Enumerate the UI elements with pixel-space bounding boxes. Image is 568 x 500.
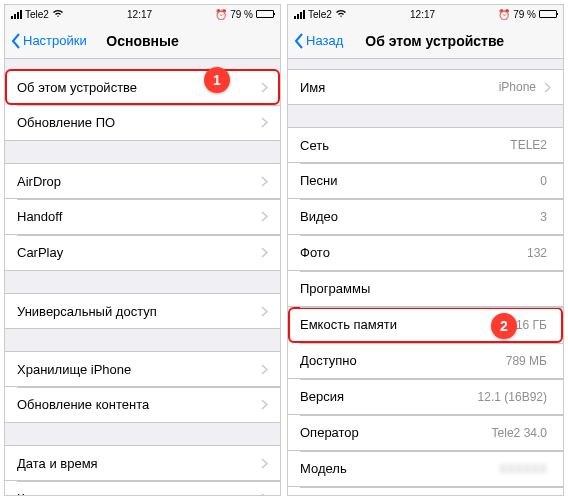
chevron-right-icon bbox=[261, 364, 268, 375]
cell-об-этом-устройстве[interactable]: Об этом устройстве bbox=[5, 69, 280, 105]
cell-видео[interactable]: Видео3 bbox=[288, 199, 563, 235]
cell-клавиатура[interactable]: Клавиатура bbox=[5, 481, 280, 495]
cell-label: Модель bbox=[300, 461, 347, 476]
nav-title: Об этом устройстве bbox=[365, 33, 504, 49]
clock: 12:17 bbox=[410, 9, 435, 20]
annotation-badge-1: 1 bbox=[204, 67, 230, 93]
cell-value: 3 bbox=[540, 210, 551, 224]
cell-label: Версия bbox=[300, 389, 344, 404]
cell-label: Емкость памяти bbox=[300, 317, 397, 332]
carrier: Tele2 bbox=[308, 9, 332, 20]
nav-bar: Настройки Основные bbox=[5, 23, 280, 59]
cell-label: Хранилище iPhone bbox=[17, 362, 131, 377]
cell-label: Сеть bbox=[300, 138, 329, 153]
cell-оператор[interactable]: ОператорTele2 34.0 bbox=[288, 415, 563, 451]
cell-серийный-номер[interactable]: Серийный номерXXXXXX bbox=[288, 487, 563, 495]
battery-icon bbox=[539, 10, 557, 18]
cell-label: Обновление контента bbox=[17, 397, 149, 412]
wifi-icon bbox=[335, 9, 347, 20]
phone-right: Tele2 12:17 ⏰ 79 % Назад Об этом устройс… bbox=[287, 4, 564, 496]
cell-label: AirDrop bbox=[17, 174, 61, 189]
cell-label: Об этом устройстве bbox=[17, 80, 137, 95]
cell-carplay[interactable]: CarPlay bbox=[5, 235, 280, 271]
signal-icon bbox=[294, 10, 305, 19]
content-left: Об этом устройствеОбновление ПОAirDropHa… bbox=[5, 59, 280, 495]
alarm-icon: ⏰ bbox=[215, 9, 227, 20]
chevron-right-icon bbox=[261, 458, 268, 469]
cell-value: Tele2 34.0 bbox=[492, 426, 551, 440]
cell-обновление-по[interactable]: Обновление ПО bbox=[5, 105, 280, 141]
chevron-right-icon bbox=[261, 247, 268, 258]
cell-модель[interactable]: МодельXXXXXX bbox=[288, 451, 563, 487]
battery-icon bbox=[256, 10, 274, 18]
nav-bar: Назад Об этом устройстве bbox=[288, 23, 563, 59]
cell-label: Обновление ПО bbox=[17, 115, 115, 130]
status-bar: Tele2 12:17 ⏰ 79 % bbox=[288, 5, 563, 23]
chevron-right-icon bbox=[261, 493, 268, 495]
status-bar: Tele2 12:17 ⏰ 79 % bbox=[5, 5, 280, 23]
cell-программы[interactable]: Программы bbox=[288, 271, 563, 307]
battery-pct: 79 % bbox=[513, 9, 536, 20]
chevron-right-icon bbox=[261, 211, 268, 222]
cell-value: 16 ГБ bbox=[516, 318, 551, 332]
cell-label: Фото bbox=[300, 245, 330, 260]
cell-сеть[interactable]: СетьTELE2 bbox=[288, 127, 563, 163]
battery-pct: 79 % bbox=[230, 9, 253, 20]
back-label: Назад bbox=[306, 33, 343, 48]
chevron-right-icon bbox=[261, 82, 268, 93]
alarm-icon: ⏰ bbox=[498, 9, 510, 20]
cell-доступно[interactable]: Доступно789 МБ bbox=[288, 343, 563, 379]
cell-универсальный-доступ[interactable]: Универсальный доступ bbox=[5, 293, 280, 329]
chevron-right-icon bbox=[261, 176, 268, 187]
cell-дата-и-время[interactable]: Дата и время bbox=[5, 445, 280, 481]
cell-label: Имя bbox=[300, 80, 325, 95]
cell-label: Дата и время bbox=[17, 456, 98, 471]
back-label: Настройки bbox=[23, 33, 87, 48]
cell-имя[interactable]: ИмяiPhone bbox=[288, 69, 563, 105]
cell-value: XXXXXX bbox=[499, 462, 551, 476]
phone-left: Tele2 12:17 ⏰ 79 % Настройки Основные Об… bbox=[4, 4, 281, 496]
signal-icon bbox=[11, 10, 22, 19]
cell-песни[interactable]: Песни0 bbox=[288, 163, 563, 199]
cell-label: CarPlay bbox=[17, 245, 63, 260]
cell-value: 789 МБ bbox=[506, 354, 551, 368]
cell-label: Песни bbox=[300, 173, 338, 188]
chevron-right-icon bbox=[544, 82, 551, 93]
cell-хранилище-iphone[interactable]: Хранилище iPhone bbox=[5, 351, 280, 387]
cell-label: Клавиатура bbox=[17, 491, 87, 495]
cell-airdrop[interactable]: AirDrop bbox=[5, 163, 280, 199]
cell-label: Видео bbox=[300, 209, 338, 224]
cell-фото[interactable]: Фото132 bbox=[288, 235, 563, 271]
cell-handoff[interactable]: Handoff bbox=[5, 199, 280, 235]
annotation-badge-2: 2 bbox=[491, 313, 517, 339]
back-button[interactable]: Назад bbox=[288, 33, 349, 49]
cell-label: Доступно bbox=[300, 353, 357, 368]
cell-value: 0 bbox=[540, 174, 551, 188]
back-button[interactable]: Настройки bbox=[5, 33, 93, 49]
cell-value: 132 bbox=[527, 246, 551, 260]
nav-title: Основные bbox=[106, 33, 179, 49]
cell-label: Оператор bbox=[300, 425, 359, 440]
cell-емкость-памяти[interactable]: Емкость памяти16 ГБ bbox=[288, 307, 563, 343]
cell-label: Handoff bbox=[17, 209, 62, 224]
carrier: Tele2 bbox=[25, 9, 49, 20]
chevron-right-icon bbox=[261, 399, 268, 410]
wifi-icon bbox=[52, 9, 64, 20]
cell-value: 12.1 (16B92) bbox=[478, 390, 551, 404]
chevron-right-icon bbox=[261, 117, 268, 128]
cell-value: TELE2 bbox=[510, 138, 551, 152]
cell-value: iPhone bbox=[499, 80, 540, 94]
cell-label: Универсальный доступ bbox=[17, 304, 157, 319]
cell-обновление-контента[interactable]: Обновление контента bbox=[5, 387, 280, 423]
clock: 12:17 bbox=[127, 9, 152, 20]
chevron-right-icon bbox=[261, 306, 268, 317]
content-right: ИмяiPhoneСетьTELE2Песни0Видео3Фото132Про… bbox=[288, 59, 563, 495]
cell-версия[interactable]: Версия12.1 (16B92) bbox=[288, 379, 563, 415]
cell-label: Программы bbox=[300, 281, 370, 296]
